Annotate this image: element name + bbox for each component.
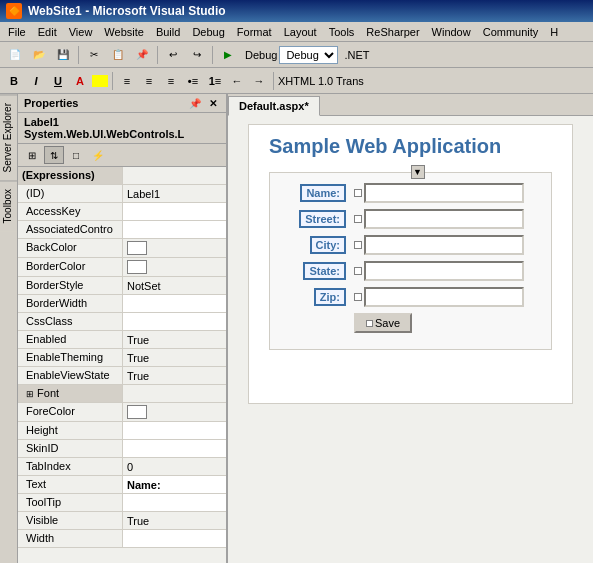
color-swatch[interactable] <box>127 405 147 419</box>
properties-grid: (Expressions)(ID)Label1AccessKeyAssociat… <box>18 167 226 563</box>
menu-resharper[interactable]: ReSharper <box>360 24 425 40</box>
italic-btn[interactable]: I <box>26 72 46 90</box>
server-explorer-tab[interactable]: Server Explorer <box>0 94 17 180</box>
redo-btn[interactable]: ↪ <box>186 45 208 65</box>
menu-website[interactable]: Website <box>98 24 150 40</box>
prop-value <box>123 422 226 439</box>
state-label-btn: State: <box>303 262 346 280</box>
label-name: Name: <box>280 184 350 202</box>
title-bar-text: WebSite1 - Microsoft Visual Studio <box>28 4 226 18</box>
xhtml-label: XHTML 1.0 Trans <box>278 75 364 87</box>
save-button[interactable]: Save <box>354 313 412 333</box>
menu-build[interactable]: Build <box>150 24 186 40</box>
prop-value: True <box>123 367 226 384</box>
menu-help[interactable]: H <box>544 24 564 40</box>
number-list-btn[interactable]: 1≡ <box>205 72 225 90</box>
properties-toolbar: ⊞ ⇅ □ ⚡ <box>18 144 226 167</box>
prop-value: True <box>123 349 226 366</box>
menu-community[interactable]: Community <box>477 24 545 40</box>
menu-edit[interactable]: Edit <box>32 24 63 40</box>
properties-panel: Properties 📌 ✕ Label1 System.Web.UI.WebC… <box>18 94 228 563</box>
highlight-btn[interactable] <box>92 75 108 87</box>
format-sep-1 <box>112 72 113 90</box>
outdent-btn[interactable]: ← <box>227 72 247 90</box>
prop-row: CssClass <box>18 313 226 331</box>
state-textbox[interactable] <box>364 261 524 281</box>
align-center-btn[interactable]: ≡ <box>139 72 159 90</box>
form-row-street: Street: <box>280 209 541 229</box>
prop-value <box>123 258 226 276</box>
name-textbox[interactable] <box>364 183 524 203</box>
new-file-btn[interactable]: 📄 <box>4 45 26 65</box>
prop-name: ToolTip <box>18 494 123 511</box>
sidebar-tabs: Server Explorer Toolbox <box>0 94 18 563</box>
prop-row: EnabledTrue <box>18 331 226 349</box>
form-row-city: City: <box>280 235 541 255</box>
props-events-btn[interactable]: ⚡ <box>88 146 108 164</box>
prop-row: ToolTip <box>18 494 226 512</box>
tab-default-aspx[interactable]: Default.aspx* <box>228 96 320 116</box>
paste-btn[interactable]: 📌 <box>131 45 153 65</box>
bullet-list-btn[interactable]: •≡ <box>183 72 203 90</box>
form-container: ▼ Name: Street: <box>269 172 552 350</box>
prop-name: ⊞ Font <box>18 385 123 402</box>
save-all-btn[interactable]: 💾 <box>52 45 74 65</box>
debug-dropdown[interactable]: Debug <box>279 46 338 64</box>
menu-debug[interactable]: Debug <box>186 24 230 40</box>
menu-window[interactable]: Window <box>426 24 477 40</box>
street-textbox[interactable] <box>364 209 524 229</box>
prop-name: AccessKey <box>18 203 123 220</box>
properties-close-btn[interactable]: ✕ <box>206 98 220 109</box>
prop-row: TextName: <box>18 476 226 494</box>
street-label-btn: Street: <box>299 210 346 228</box>
menu-tools[interactable]: Tools <box>323 24 361 40</box>
toolbox-tab[interactable]: Toolbox <box>0 180 17 231</box>
cut-btn[interactable]: ✂ <box>83 45 105 65</box>
prop-row: BorderWidth <box>18 295 226 313</box>
menu-file[interactable]: File <box>2 24 32 40</box>
color-swatch[interactable] <box>127 241 147 255</box>
save-btn-area: Save <box>354 313 412 333</box>
prop-row: Width <box>18 530 226 548</box>
align-left-btn[interactable]: ≡ <box>117 72 137 90</box>
city-textbox[interactable] <box>364 235 524 255</box>
prop-name: BorderStyle <box>18 277 123 294</box>
undo-btn[interactable]: ↩ <box>162 45 184 65</box>
title-bar: 🔶 WebSite1 - Microsoft Visual Studio <box>0 0 593 22</box>
font-color-btn[interactable]: A <box>70 72 90 90</box>
form-row-state: State: <box>280 261 541 281</box>
prop-name: CssClass <box>18 313 123 330</box>
save-btn-handle <box>366 320 373 327</box>
properties-pin-btn[interactable]: 📌 <box>186 98 204 109</box>
prop-value <box>123 494 226 511</box>
prop-value: Label1 <box>123 185 226 202</box>
underline-btn[interactable]: U <box>48 72 68 90</box>
page-title: Sample Web Application <box>269 135 552 158</box>
color-swatch[interactable] <box>127 260 147 274</box>
label-zip: Zip: <box>280 288 350 306</box>
prop-row: AssociatedContro <box>18 221 226 239</box>
form-collapse-btn[interactable]: ▼ <box>411 165 425 179</box>
prop-value: True <box>123 512 226 529</box>
zip-textbox[interactable] <box>364 287 524 307</box>
props-alphabetical-btn[interactable]: ⇅ <box>44 146 64 164</box>
prop-name: (ID) <box>18 185 123 202</box>
props-categorized-btn[interactable]: ⊞ <box>22 146 42 164</box>
menu-view[interactable]: View <box>63 24 99 40</box>
prop-name: Enabled <box>18 331 123 348</box>
indent-btn[interactable]: → <box>249 72 269 90</box>
tab-bar: Default.aspx* <box>228 94 593 116</box>
run-btn[interactable]: ▶ <box>217 45 239 65</box>
menu-layout[interactable]: Layout <box>278 24 323 40</box>
toolbar-sep-2 <box>157 46 158 64</box>
props-properties-btn[interactable]: □ <box>66 146 86 164</box>
prop-name: BorderColor <box>18 258 123 276</box>
open-btn[interactable]: 📂 <box>28 45 50 65</box>
align-right-btn[interactable]: ≡ <box>161 72 181 90</box>
prop-row: BorderStyleNotSet <box>18 277 226 295</box>
bold-btn[interactable]: B <box>4 72 24 90</box>
copy-btn[interactable]: 📋 <box>107 45 129 65</box>
menu-format[interactable]: Format <box>231 24 278 40</box>
state-input-area <box>354 261 524 281</box>
zip-label-btn: Zip: <box>314 288 346 306</box>
